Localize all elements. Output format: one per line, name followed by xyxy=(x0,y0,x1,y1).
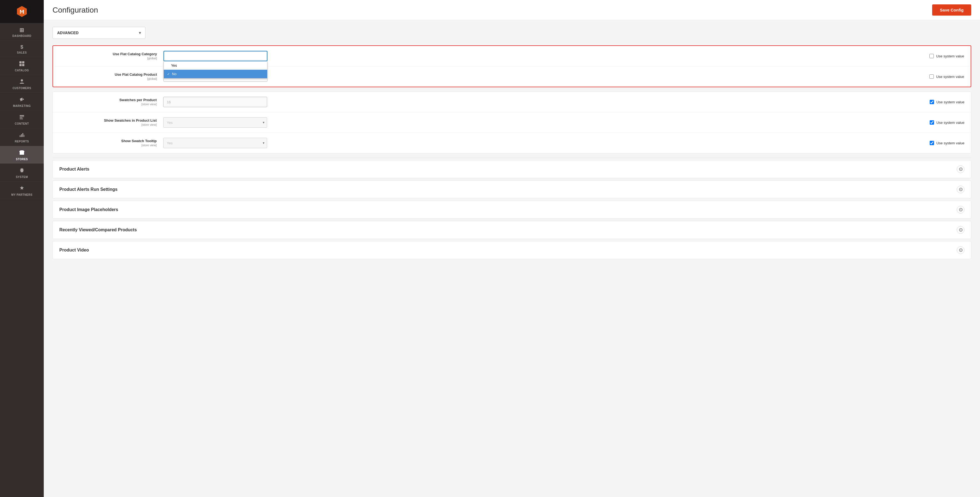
flat-catalog-product-label-sub: [global] xyxy=(147,77,157,80)
product-video-section[interactable]: Product Video ⊙ xyxy=(52,241,971,259)
sidebar-item-catalog-label: CATALOG xyxy=(15,69,29,72)
flat-catalog-product-system-label: Use system value xyxy=(936,75,964,79)
show-swatches-label-main: Show Swatches in Product List xyxy=(59,118,157,122)
sidebar-item-customers[interactable]: CUSTOMERS xyxy=(0,75,44,93)
show-swatch-tooltip-system-value: Use system value xyxy=(930,141,964,145)
sidebar-item-partners[interactable]: MY PARTNERS xyxy=(0,181,44,199)
marketing-icon xyxy=(19,97,25,103)
svg-rect-11 xyxy=(21,134,22,137)
swatches-config-section: Swatches per Product [store view] Use sy… xyxy=(52,92,971,153)
reports-icon xyxy=(19,132,25,139)
show-swatches-row: Show Swatches in Product List [store vie… xyxy=(53,112,971,133)
svg-rect-13 xyxy=(24,135,24,137)
sidebar-item-stores[interactable]: STORES xyxy=(0,146,44,164)
flat-catalog-category-row: Use Flat Catalog Category [global] Yes xyxy=(53,46,971,67)
flat-catalog-product-control: No Yes ▾ xyxy=(164,71,925,82)
chevron-down-icon: ▾ xyxy=(139,31,141,35)
show-swatch-tooltip-system-checkbox[interactable] xyxy=(930,141,934,145)
product-alerts-label: Product Alerts xyxy=(59,167,89,171)
product-alerts-run-toggle-icon[interactable]: ⊙ xyxy=(957,186,964,193)
show-swatch-tooltip-label-main: Show Swatch Tooltip xyxy=(59,139,157,143)
product-image-placeholders-toggle-icon[interactable]: ⊙ xyxy=(957,206,964,213)
sidebar-item-reports-label: REPORTS xyxy=(15,140,29,143)
sidebar-item-system[interactable]: SYSTEM xyxy=(0,164,44,181)
flat-catalog-category-display[interactable] xyxy=(164,51,267,61)
swatches-per-product-row: Swatches per Product [store view] Use sy… xyxy=(53,92,971,112)
page-title: Configuration xyxy=(52,6,98,14)
swatches-per-product-system-label: Use system value xyxy=(936,100,964,104)
product-video-label: Product Video xyxy=(59,248,89,252)
product-alerts-run-section[interactable]: Product Alerts Run Settings ⊙ xyxy=(52,180,971,198)
svg-rect-2 xyxy=(19,64,22,66)
swatches-per-product-control xyxy=(163,97,925,107)
content-area: ADVANCED ▾ Use Flat Catalog Category [gl… xyxy=(44,20,980,497)
dropdown-option-yes[interactable]: Yes xyxy=(164,61,267,70)
recently-viewed-label: Recently Viewed/Compared Products xyxy=(59,227,137,232)
svg-rect-1 xyxy=(22,61,24,64)
flat-catalog-category-label-main: Use Flat Catalog Category xyxy=(60,52,157,56)
svg-rect-0 xyxy=(19,61,22,64)
option-no-label: No xyxy=(172,72,177,76)
sidebar-item-content[interactable]: CONTENT xyxy=(0,110,44,128)
sidebar-item-marketing[interactable]: MARKETING xyxy=(0,93,44,110)
show-swatch-tooltip-dropdown: Yes ▾ xyxy=(163,138,267,148)
sidebar-item-customers-label: CUSTOMERS xyxy=(13,87,31,90)
sidebar-item-catalog[interactable]: CATALOG xyxy=(0,57,44,75)
dropdown-option-no[interactable]: ✓ No xyxy=(164,70,267,78)
flat-catalog-category-dropdown[interactable]: Yes ✓ No xyxy=(164,51,267,61)
sidebar-item-stores-label: STORES xyxy=(16,158,28,161)
svg-rect-6 xyxy=(20,115,24,116)
show-swatch-tooltip-label: Show Swatch Tooltip [store view] xyxy=(59,139,163,147)
catalog-config-section: Use Flat Catalog Category [global] Yes xyxy=(52,45,971,87)
swatches-per-product-system-checkbox[interactable] xyxy=(930,100,934,104)
svg-rect-12 xyxy=(22,133,23,137)
sales-icon: $ xyxy=(21,44,24,50)
flat-catalog-category-system-checkbox[interactable] xyxy=(929,54,934,58)
sidebar-item-reports[interactable]: REPORTS xyxy=(0,128,44,146)
product-alerts-run-label: Product Alerts Run Settings xyxy=(59,187,118,192)
show-swatch-tooltip-select: Yes xyxy=(163,138,267,148)
scope-selector[interactable]: ADVANCED ▾ xyxy=(52,27,145,39)
svg-rect-9 xyxy=(20,119,23,119)
sidebar-item-sales-label: SALES xyxy=(17,51,27,54)
product-image-placeholders-label: Product Image Placeholders xyxy=(59,207,118,212)
flat-catalog-category-options: Yes ✓ No xyxy=(164,61,267,78)
product-alerts-toggle-icon[interactable]: ⊙ xyxy=(957,165,964,173)
section-divider-1 xyxy=(52,158,971,158)
sidebar-logo xyxy=(0,0,44,23)
svg-rect-7 xyxy=(20,116,24,117)
catalog-icon xyxy=(19,61,25,68)
show-swatches-select: Yes xyxy=(163,117,267,128)
sidebar-item-marketing-label: MARKETING xyxy=(13,105,30,108)
scope-selector-label: ADVANCED xyxy=(57,31,78,35)
product-alerts-section[interactable]: Product Alerts ⊙ xyxy=(52,160,971,178)
sidebar-item-sales[interactable]: $ SALES xyxy=(0,40,44,57)
svg-point-4 xyxy=(21,79,23,81)
svg-rect-5 xyxy=(23,99,24,100)
sidebar-item-dashboard-label: DASHBOARD xyxy=(12,35,32,37)
recently-viewed-toggle-icon[interactable]: ⊙ xyxy=(957,226,964,234)
recently-viewed-section[interactable]: Recently Viewed/Compared Products ⊙ xyxy=(52,221,971,239)
show-swatch-tooltip-system-label: Use system value xyxy=(936,141,964,145)
dashboard-icon: ⊞ xyxy=(19,27,24,33)
show-swatches-system-checkbox[interactable] xyxy=(930,120,934,125)
svg-rect-15 xyxy=(21,153,23,155)
sidebar-item-dashboard[interactable]: ⊞ DASHBOARD xyxy=(0,23,44,40)
flat-catalog-product-system-checkbox[interactable] xyxy=(929,75,934,79)
save-config-button[interactable]: Save Config xyxy=(932,5,971,16)
customers-icon xyxy=(19,79,25,86)
swatches-per-product-label-sub: [store view] xyxy=(142,103,157,106)
show-swatches-dropdown: Yes ▾ xyxy=(163,117,267,128)
content-icon xyxy=(19,114,25,121)
product-video-toggle-icon[interactable]: ⊙ xyxy=(957,246,964,254)
flat-catalog-product-system-value: Use system value xyxy=(929,75,964,79)
sidebar-item-content-label: CONTENT xyxy=(15,122,29,125)
flat-catalog-product-label-main: Use Flat Catalog Product xyxy=(60,73,157,76)
show-swatches-label-sub: [store view] xyxy=(142,123,157,126)
check-icon: ✓ xyxy=(167,72,170,76)
partners-icon xyxy=(19,185,25,192)
product-image-placeholders-section[interactable]: Product Image Placeholders ⊙ xyxy=(52,201,971,219)
flat-catalog-product-label: Use Flat Catalog Product [global] xyxy=(60,73,164,81)
show-swatches-label: Show Swatches in Product List [store vie… xyxy=(59,118,163,127)
page-header: Configuration Save Config xyxy=(44,0,980,20)
